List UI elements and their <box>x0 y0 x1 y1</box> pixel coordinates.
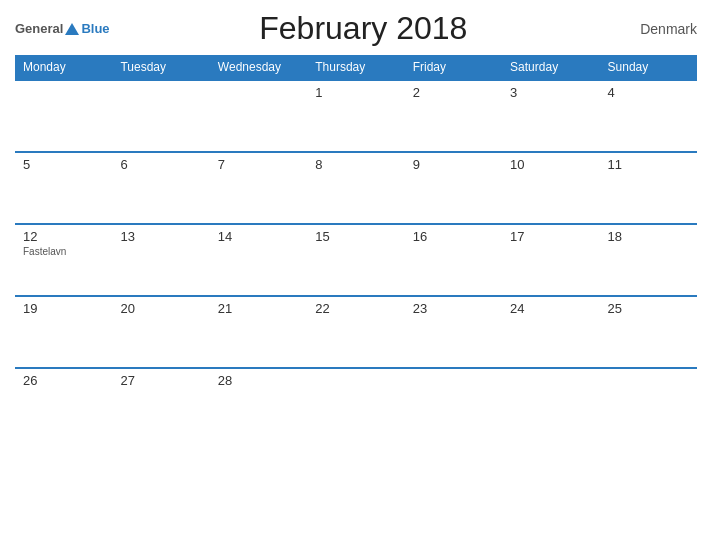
table-row: 12Fastelavn <box>15 224 112 296</box>
day-number: 21 <box>218 301 299 316</box>
table-row: 3 <box>502 80 599 152</box>
table-row: 6 <box>112 152 209 224</box>
col-monday: Monday <box>15 55 112 80</box>
day-number: 25 <box>608 301 689 316</box>
day-number: 12 <box>23 229 104 244</box>
page-title: February 2018 <box>110 10 617 47</box>
table-row: 11 <box>600 152 697 224</box>
day-number: 27 <box>120 373 201 388</box>
col-sunday: Sunday <box>600 55 697 80</box>
table-row: 24 <box>502 296 599 368</box>
day-number: 24 <box>510 301 591 316</box>
table-row: 21 <box>210 296 307 368</box>
day-number: 4 <box>608 85 689 100</box>
day-number: 5 <box>23 157 104 172</box>
table-row: 19 <box>15 296 112 368</box>
table-row: 2 <box>405 80 502 152</box>
day-number: 1 <box>315 85 396 100</box>
calendar-week-row: 262728 <box>15 368 697 440</box>
col-thursday: Thursday <box>307 55 404 80</box>
day-number: 10 <box>510 157 591 172</box>
table-row: 10 <box>502 152 599 224</box>
table-row: 14 <box>210 224 307 296</box>
day-number: 23 <box>413 301 494 316</box>
country-label: Denmark <box>617 21 697 37</box>
day-number: 20 <box>120 301 201 316</box>
day-number: 7 <box>218 157 299 172</box>
header: General Blue February 2018 Denmark <box>15 10 697 47</box>
table-row <box>600 368 697 440</box>
table-row <box>15 80 112 152</box>
col-wednesday: Wednesday <box>210 55 307 80</box>
day-number: 26 <box>23 373 104 388</box>
table-row: 15 <box>307 224 404 296</box>
day-number: 9 <box>413 157 494 172</box>
calendar-container: General Blue February 2018 Denmark Monda… <box>0 0 712 550</box>
logo-triangle-icon <box>65 23 79 35</box>
table-row: 25 <box>600 296 697 368</box>
day-number: 3 <box>510 85 591 100</box>
weekday-header-row: Monday Tuesday Wednesday Thursday Friday… <box>15 55 697 80</box>
day-number: 19 <box>23 301 104 316</box>
table-row <box>405 368 502 440</box>
logo-general-text: General <box>15 21 63 36</box>
col-saturday: Saturday <box>502 55 599 80</box>
table-row: 17 <box>502 224 599 296</box>
calendar-week-row: 12Fastelavn131415161718 <box>15 224 697 296</box>
holiday-label: Fastelavn <box>23 246 104 257</box>
calendar-week-row: 567891011 <box>15 152 697 224</box>
table-row: 26 <box>15 368 112 440</box>
day-number: 13 <box>120 229 201 244</box>
table-row: 7 <box>210 152 307 224</box>
day-number: 15 <box>315 229 396 244</box>
table-row <box>307 368 404 440</box>
day-number: 22 <box>315 301 396 316</box>
table-row: 20 <box>112 296 209 368</box>
table-row <box>210 80 307 152</box>
table-row: 28 <box>210 368 307 440</box>
col-friday: Friday <box>405 55 502 80</box>
day-number: 28 <box>218 373 299 388</box>
logo-blue-text: Blue <box>81 21 109 36</box>
table-row: 1 <box>307 80 404 152</box>
day-number: 8 <box>315 157 396 172</box>
table-row: 18 <box>600 224 697 296</box>
logo: General Blue <box>15 21 110 36</box>
day-number: 6 <box>120 157 201 172</box>
table-row: 13 <box>112 224 209 296</box>
day-number: 14 <box>218 229 299 244</box>
table-row <box>502 368 599 440</box>
table-row: 9 <box>405 152 502 224</box>
day-number: 17 <box>510 229 591 244</box>
calendar-week-row: 19202122232425 <box>15 296 697 368</box>
table-row: 23 <box>405 296 502 368</box>
day-number: 2 <box>413 85 494 100</box>
table-row: 22 <box>307 296 404 368</box>
table-row: 16 <box>405 224 502 296</box>
table-row: 4 <box>600 80 697 152</box>
day-number: 18 <box>608 229 689 244</box>
col-tuesday: Tuesday <box>112 55 209 80</box>
calendar-week-row: 1234 <box>15 80 697 152</box>
day-number: 16 <box>413 229 494 244</box>
table-row <box>112 80 209 152</box>
calendar-table: Monday Tuesday Wednesday Thursday Friday… <box>15 55 697 440</box>
table-row: 8 <box>307 152 404 224</box>
table-row: 5 <box>15 152 112 224</box>
day-number: 11 <box>608 157 689 172</box>
table-row: 27 <box>112 368 209 440</box>
